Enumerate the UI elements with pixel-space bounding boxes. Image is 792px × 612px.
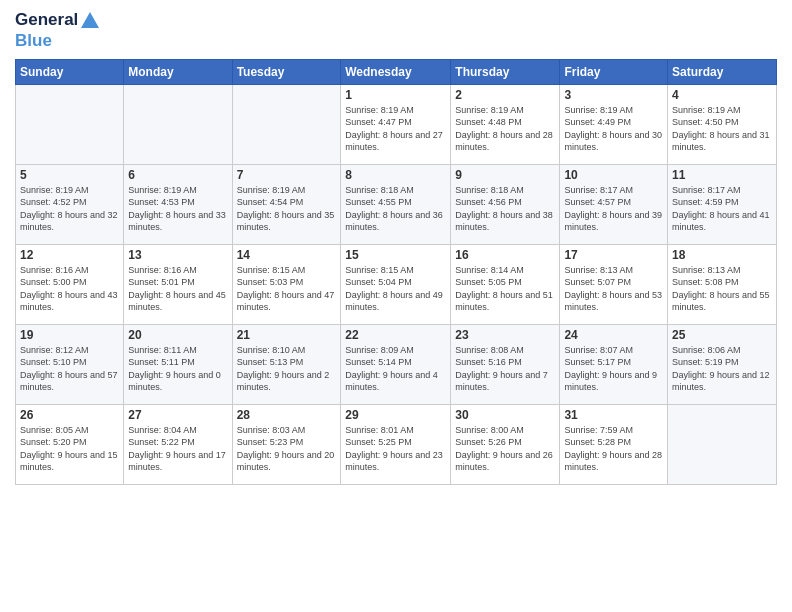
day-info: Sunrise: 8:14 AM Sunset: 5:05 PM Dayligh… [455, 264, 555, 314]
calendar-cell: 28Sunrise: 8:03 AM Sunset: 5:23 PM Dayli… [232, 404, 341, 484]
calendar-week-row: 26Sunrise: 8:05 AM Sunset: 5:20 PM Dayli… [16, 404, 777, 484]
day-number: 13 [128, 248, 227, 262]
day-info: Sunrise: 8:17 AM Sunset: 4:57 PM Dayligh… [564, 184, 663, 234]
day-info: Sunrise: 8:13 AM Sunset: 5:08 PM Dayligh… [672, 264, 772, 314]
calendar-week-row: 1Sunrise: 8:19 AM Sunset: 4:47 PM Daylig… [16, 84, 777, 164]
calendar-cell: 16Sunrise: 8:14 AM Sunset: 5:05 PM Dayli… [451, 244, 560, 324]
day-number: 14 [237, 248, 337, 262]
calendar-cell: 6Sunrise: 8:19 AM Sunset: 4:53 PM Daylig… [124, 164, 232, 244]
day-number: 28 [237, 408, 337, 422]
weekday-header: Monday [124, 59, 232, 84]
logo-text: General [15, 10, 102, 32]
weekday-header: Tuesday [232, 59, 341, 84]
day-number: 25 [672, 328, 772, 342]
day-number: 2 [455, 88, 555, 102]
day-number: 26 [20, 408, 119, 422]
calendar-week-row: 12Sunrise: 8:16 AM Sunset: 5:00 PM Dayli… [16, 244, 777, 324]
logo: General Blue [15, 10, 102, 51]
page-container: General Blue SundayMondayTuesdayWednesda… [0, 0, 792, 612]
day-info: Sunrise: 8:15 AM Sunset: 5:03 PM Dayligh… [237, 264, 337, 314]
day-info: Sunrise: 8:00 AM Sunset: 5:26 PM Dayligh… [455, 424, 555, 474]
weekday-header: Wednesday [341, 59, 451, 84]
calendar-cell: 21Sunrise: 8:10 AM Sunset: 5:13 PM Dayli… [232, 324, 341, 404]
calendar-cell: 11Sunrise: 8:17 AM Sunset: 4:59 PM Dayli… [668, 164, 777, 244]
day-info: Sunrise: 8:19 AM Sunset: 4:47 PM Dayligh… [345, 104, 446, 154]
day-info: Sunrise: 8:09 AM Sunset: 5:14 PM Dayligh… [345, 344, 446, 394]
day-info: Sunrise: 8:19 AM Sunset: 4:53 PM Dayligh… [128, 184, 227, 234]
calendar-cell: 13Sunrise: 8:16 AM Sunset: 5:01 PM Dayli… [124, 244, 232, 324]
day-info: Sunrise: 8:16 AM Sunset: 5:01 PM Dayligh… [128, 264, 227, 314]
day-info: Sunrise: 8:19 AM Sunset: 4:52 PM Dayligh… [20, 184, 119, 234]
day-info: Sunrise: 8:13 AM Sunset: 5:07 PM Dayligh… [564, 264, 663, 314]
day-number: 21 [237, 328, 337, 342]
day-info: Sunrise: 8:19 AM Sunset: 4:49 PM Dayligh… [564, 104, 663, 154]
day-info: Sunrise: 8:16 AM Sunset: 5:00 PM Dayligh… [20, 264, 119, 314]
day-number: 19 [20, 328, 119, 342]
calendar-cell: 4Sunrise: 8:19 AM Sunset: 4:50 PM Daylig… [668, 84, 777, 164]
day-info: Sunrise: 8:04 AM Sunset: 5:22 PM Dayligh… [128, 424, 227, 474]
day-info: Sunrise: 8:18 AM Sunset: 4:56 PM Dayligh… [455, 184, 555, 234]
calendar-week-row: 5Sunrise: 8:19 AM Sunset: 4:52 PM Daylig… [16, 164, 777, 244]
day-info: Sunrise: 8:03 AM Sunset: 5:23 PM Dayligh… [237, 424, 337, 474]
day-number: 3 [564, 88, 663, 102]
calendar-cell: 2Sunrise: 8:19 AM Sunset: 4:48 PM Daylig… [451, 84, 560, 164]
day-number: 5 [20, 168, 119, 182]
day-info: Sunrise: 8:10 AM Sunset: 5:13 PM Dayligh… [237, 344, 337, 394]
day-number: 24 [564, 328, 663, 342]
calendar-cell [668, 404, 777, 484]
calendar-cell: 18Sunrise: 8:13 AM Sunset: 5:08 PM Dayli… [668, 244, 777, 324]
day-number: 20 [128, 328, 227, 342]
day-number: 1 [345, 88, 446, 102]
day-info: Sunrise: 8:05 AM Sunset: 5:20 PM Dayligh… [20, 424, 119, 474]
day-number: 4 [672, 88, 772, 102]
page-header: General Blue [15, 10, 777, 51]
calendar-cell: 9Sunrise: 8:18 AM Sunset: 4:56 PM Daylig… [451, 164, 560, 244]
calendar-cell: 3Sunrise: 8:19 AM Sunset: 4:49 PM Daylig… [560, 84, 668, 164]
day-info: Sunrise: 8:19 AM Sunset: 4:48 PM Dayligh… [455, 104, 555, 154]
weekday-header: Sunday [16, 59, 124, 84]
day-number: 9 [455, 168, 555, 182]
day-info: Sunrise: 8:18 AM Sunset: 4:55 PM Dayligh… [345, 184, 446, 234]
day-number: 22 [345, 328, 446, 342]
svg-marker-0 [81, 12, 99, 28]
calendar-cell: 14Sunrise: 8:15 AM Sunset: 5:03 PM Dayli… [232, 244, 341, 324]
day-info: Sunrise: 8:15 AM Sunset: 5:04 PM Dayligh… [345, 264, 446, 314]
calendar-cell: 27Sunrise: 8:04 AM Sunset: 5:22 PM Dayli… [124, 404, 232, 484]
day-number: 29 [345, 408, 446, 422]
day-number: 6 [128, 168, 227, 182]
calendar-week-row: 19Sunrise: 8:12 AM Sunset: 5:10 PM Dayli… [16, 324, 777, 404]
logo-icon [79, 10, 101, 32]
day-number: 30 [455, 408, 555, 422]
weekday-header: Saturday [668, 59, 777, 84]
calendar-cell: 15Sunrise: 8:15 AM Sunset: 5:04 PM Dayli… [341, 244, 451, 324]
calendar-cell: 23Sunrise: 8:08 AM Sunset: 5:16 PM Dayli… [451, 324, 560, 404]
calendar-cell: 5Sunrise: 8:19 AM Sunset: 4:52 PM Daylig… [16, 164, 124, 244]
day-number: 12 [20, 248, 119, 262]
day-number: 27 [128, 408, 227, 422]
calendar-table: SundayMondayTuesdayWednesdayThursdayFrid… [15, 59, 777, 485]
calendar-cell [232, 84, 341, 164]
calendar-cell: 30Sunrise: 8:00 AM Sunset: 5:26 PM Dayli… [451, 404, 560, 484]
calendar-cell: 1Sunrise: 8:19 AM Sunset: 4:47 PM Daylig… [341, 84, 451, 164]
day-number: 18 [672, 248, 772, 262]
day-info: Sunrise: 8:08 AM Sunset: 5:16 PM Dayligh… [455, 344, 555, 394]
calendar-cell: 12Sunrise: 8:16 AM Sunset: 5:00 PM Dayli… [16, 244, 124, 324]
day-number: 15 [345, 248, 446, 262]
calendar-cell: 29Sunrise: 8:01 AM Sunset: 5:25 PM Dayli… [341, 404, 451, 484]
calendar-cell [124, 84, 232, 164]
calendar-cell: 22Sunrise: 8:09 AM Sunset: 5:14 PM Dayli… [341, 324, 451, 404]
calendar-cell: 26Sunrise: 8:05 AM Sunset: 5:20 PM Dayli… [16, 404, 124, 484]
day-number: 16 [455, 248, 555, 262]
day-number: 8 [345, 168, 446, 182]
calendar-cell: 10Sunrise: 8:17 AM Sunset: 4:57 PM Dayli… [560, 164, 668, 244]
day-number: 11 [672, 168, 772, 182]
day-info: Sunrise: 8:12 AM Sunset: 5:10 PM Dayligh… [20, 344, 119, 394]
day-info: Sunrise: 8:19 AM Sunset: 4:50 PM Dayligh… [672, 104, 772, 154]
day-number: 23 [455, 328, 555, 342]
calendar-cell: 19Sunrise: 8:12 AM Sunset: 5:10 PM Dayli… [16, 324, 124, 404]
day-info: Sunrise: 8:11 AM Sunset: 5:11 PM Dayligh… [128, 344, 227, 394]
calendar-cell: 31Sunrise: 7:59 AM Sunset: 5:28 PM Dayli… [560, 404, 668, 484]
calendar-cell: 25Sunrise: 8:06 AM Sunset: 5:19 PM Dayli… [668, 324, 777, 404]
calendar-cell: 8Sunrise: 8:18 AM Sunset: 4:55 PM Daylig… [341, 164, 451, 244]
logo-blue: Blue [15, 32, 102, 51]
